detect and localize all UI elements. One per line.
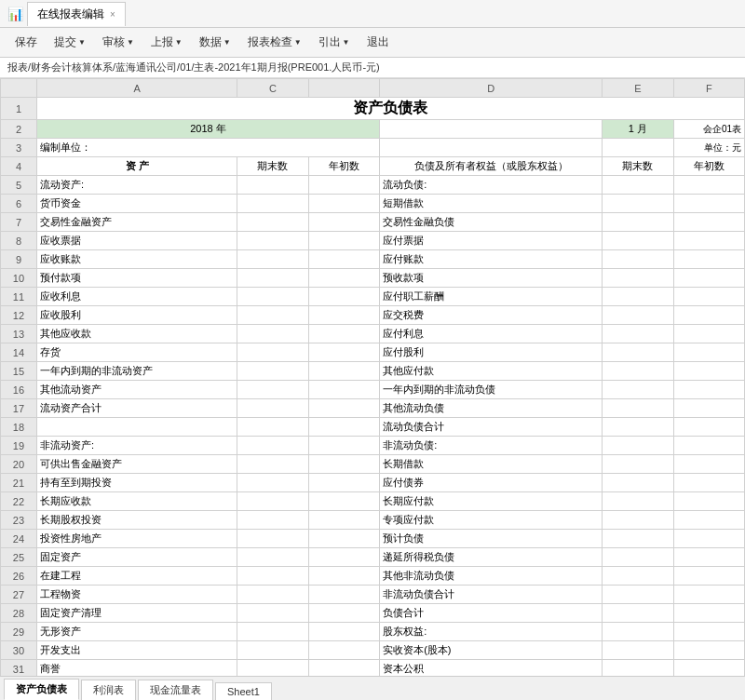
cell-17b[interactable] — [237, 399, 308, 418]
interest-pay-label[interactable]: 应付利息 — [380, 325, 603, 343]
cell-12f[interactable] — [673, 306, 744, 325]
tab-income-statement[interactable]: 利润表 — [81, 680, 136, 700]
cell-24b[interactable] — [237, 530, 308, 548]
cell-18b[interactable] — [237, 418, 308, 437]
cell-27f[interactable] — [673, 586, 744, 604]
cell-18a[interactable] — [36, 418, 237, 437]
noncurrent-liab-total-label[interactable]: 非流动负债合计 — [380, 586, 603, 604]
other-recv-label[interactable]: 其他应收款 — [36, 325, 237, 343]
cell-8e[interactable] — [603, 232, 673, 250]
cell-31b[interactable] — [237, 660, 308, 677]
estimated-liab-label[interactable]: 预计负债 — [380, 530, 603, 548]
cell-8f[interactable] — [673, 232, 744, 250]
submit-button[interactable]: 提交 ▼ — [47, 32, 93, 53]
cell-31f[interactable] — [673, 660, 744, 677]
noncurrent-assets-label[interactable]: 非流动资产: — [36, 437, 237, 455]
long-equity-label[interactable]: 长期股权投资 — [36, 511, 237, 530]
cell-18c[interactable] — [308, 418, 379, 437]
cell-11c[interactable] — [308, 288, 379, 306]
cell-14c[interactable] — [308, 343, 379, 362]
cell-6b[interactable] — [237, 195, 308, 213]
cell-28c[interactable] — [308, 604, 379, 623]
cell-30e[interactable] — [603, 641, 673, 660]
check-button[interactable]: 报表检查 ▼ — [240, 32, 309, 53]
cell-14b[interactable] — [237, 343, 308, 362]
cell-19e[interactable] — [603, 437, 673, 455]
liab-total-label[interactable]: 负债合计 — [380, 604, 603, 623]
cell-29b[interactable] — [237, 623, 308, 641]
sheet-scroll[interactable]: A C D E F 1 资产负债表 2 2018 年 — [0, 78, 745, 676]
notes-pay-label[interactable]: 应付票据 — [380, 232, 603, 250]
month-cell[interactable]: 1 月 — [603, 120, 673, 139]
cell-15c[interactable] — [308, 362, 379, 381]
cell-7c[interactable] — [308, 213, 379, 232]
cell-16e[interactable] — [603, 381, 673, 399]
other-noncurrent-liab-label[interactable]: 其他非流动负债 — [380, 567, 603, 586]
cell-18f[interactable] — [673, 418, 744, 437]
exit-button[interactable]: 退出 — [359, 32, 397, 53]
cell-21f[interactable] — [673, 474, 744, 492]
cell-10b[interactable] — [237, 269, 308, 288]
cell-16c[interactable] — [308, 381, 379, 399]
cell-19f[interactable] — [673, 437, 744, 455]
cell-30c[interactable] — [308, 641, 379, 660]
deferred-tax-liab-label[interactable]: 递延所得税负债 — [380, 548, 603, 567]
cell-17f[interactable] — [673, 399, 744, 418]
cell-25c[interactable] — [308, 548, 379, 567]
unit-org-cell[interactable]: 编制单位： — [36, 139, 379, 157]
long-loan-label[interactable]: 长期借款 — [380, 455, 603, 474]
cell-16b[interactable] — [237, 381, 308, 399]
empty-cell-2d[interactable] — [380, 120, 603, 139]
cell-27c[interactable] — [308, 586, 379, 604]
cell-13b[interactable] — [237, 325, 308, 343]
current-assets-label[interactable]: 流动资产: — [36, 176, 237, 195]
cell-19b[interactable] — [237, 437, 308, 455]
cell-5c[interactable] — [308, 176, 379, 195]
notes-recv-label[interactable]: 应收票据 — [36, 232, 237, 250]
cell-12e[interactable] — [603, 306, 673, 325]
review-button[interactable]: 审核 ▼ — [95, 32, 142, 53]
cell-29c[interactable] — [308, 623, 379, 641]
save-button[interactable]: 保存 — [7, 32, 45, 53]
cell-29e[interactable] — [603, 623, 673, 641]
cell-30f[interactable] — [673, 641, 744, 660]
cell-22f[interactable] — [673, 492, 744, 511]
cell-8c[interactable] — [308, 232, 379, 250]
export-button[interactable]: 引出 ▼ — [311, 32, 358, 53]
cell-15e[interactable] — [603, 362, 673, 381]
fixed-assets-disposal-label[interactable]: 固定资产清理 — [36, 604, 237, 623]
cell-23b[interactable] — [237, 511, 308, 530]
cell-9f[interactable] — [673, 250, 744, 269]
cell-28e[interactable] — [603, 604, 673, 623]
equity-label[interactable]: 股东权益: — [380, 623, 603, 641]
dev-expense-label[interactable]: 开发支出 — [36, 641, 237, 660]
prepay-label[interactable]: 预付款项 — [36, 269, 237, 288]
cell-22e[interactable] — [603, 492, 673, 511]
cell-24e[interactable] — [603, 530, 673, 548]
cell-29f[interactable] — [673, 623, 744, 641]
tab-sheet1[interactable]: Sheet1 — [215, 682, 272, 700]
tax-pay-label[interactable]: 应交税费 — [380, 306, 603, 325]
paid-in-capital-label[interactable]: 实收资本(股本) — [380, 641, 603, 660]
cell-6f[interactable] — [673, 195, 744, 213]
other-current-asset-label[interactable]: 其他流动资产 — [36, 381, 237, 399]
cell-9c[interactable] — [308, 250, 379, 269]
cell-5f[interactable] — [673, 176, 744, 195]
cell-30b[interactable] — [237, 641, 308, 660]
cell-11f[interactable] — [673, 288, 744, 306]
cell-15f[interactable] — [673, 362, 744, 381]
goodwill-label[interactable]: 商誉 — [36, 660, 237, 677]
current-liab-label[interactable]: 流动负债: — [380, 176, 603, 195]
bonds-pay-label[interactable]: 应付债券 — [380, 474, 603, 492]
tab-balance-sheet[interactable]: 资产负债表 — [4, 679, 79, 700]
fixed-assets-label[interactable]: 固定资产 — [36, 548, 237, 567]
trading-assets-label[interactable]: 交易性金融资产 — [36, 213, 237, 232]
dividend-pay-label[interactable]: 应付股利 — [380, 343, 603, 362]
report-title[interactable]: 资产负债表 — [36, 98, 744, 120]
cell-26b[interactable] — [237, 567, 308, 586]
cash-label[interactable]: 货币资金 — [36, 195, 237, 213]
cell-18e[interactable] — [603, 418, 673, 437]
cell-13f[interactable] — [673, 325, 744, 343]
cell-13e[interactable] — [603, 325, 673, 343]
cell-21c[interactable] — [308, 474, 379, 492]
